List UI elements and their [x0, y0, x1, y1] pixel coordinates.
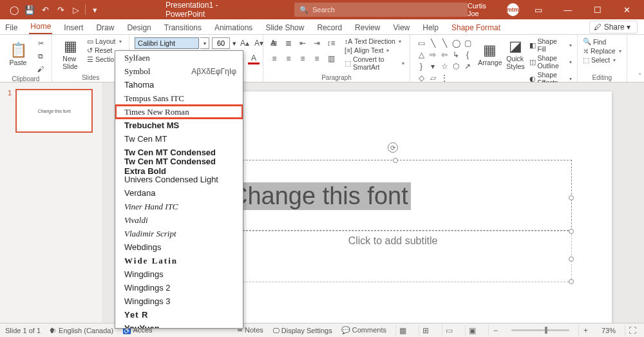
- increase-indent-button[interactable]: ⇥: [311, 37, 323, 49]
- fit-to-window-button[interactable]: ⛶: [625, 325, 639, 336]
- tab-home[interactable]: Home: [29, 19, 52, 34]
- tab-view[interactable]: View: [392, 21, 411, 34]
- slide-thumbnail-1[interactable]: Change this font: [15, 89, 93, 133]
- font-option[interactable]: Wide Latin: [115, 254, 243, 267]
- undo-icon[interactable]: ↶: [39, 3, 52, 16]
- font-size-dropdown-button[interactable]: ▾: [232, 39, 236, 48]
- increase-font-size-button[interactable]: A▴: [239, 37, 251, 49]
- tab-animations[interactable]: Animations: [213, 21, 254, 34]
- font-name-dropdown-button[interactable]: ▾: [200, 37, 209, 49]
- format-painter-button[interactable]: 🖌: [35, 63, 46, 75]
- shapes-gallery[interactable]: ▭╲╲◯▢△ ⇨⇦↳{}▾ ☆⬡↗◇▱⋮: [415, 37, 474, 72]
- selection-handle[interactable]: [569, 195, 574, 200]
- numbering-button[interactable]: ≣: [283, 37, 294, 49]
- tab-insert[interactable]: Insert: [62, 21, 84, 34]
- display-settings-button[interactable]: 🖵 Display Settings: [272, 327, 332, 334]
- close-button[interactable]: ✕: [617, 0, 638, 19]
- font-option[interactable]: Tw Cen MT: [115, 132, 243, 146]
- zoom-out-button[interactable]: −: [488, 325, 502, 336]
- font-option[interactable]: Wingdings 2: [115, 281, 243, 294]
- convert-smartart-button[interactable]: ⬚ Convert to SmartArt: [345, 55, 404, 71]
- shape-fill-button[interactable]: ◧ Shape Fill: [529, 37, 573, 53]
- align-center-button[interactable]: ≡: [283, 53, 294, 64]
- select-button[interactable]: ⬚ Select: [583, 56, 621, 64]
- start-from-beginning-icon[interactable]: ▷: [70, 3, 82, 16]
- redo-icon[interactable]: ↷: [54, 3, 67, 16]
- tab-draw[interactable]: Draw: [95, 21, 115, 34]
- tab-design[interactable]: Design: [126, 21, 152, 34]
- layout-button[interactable]: ▭ Layout: [87, 37, 124, 45]
- font-name-input[interactable]: [135, 37, 199, 49]
- share-button[interactable]: 🖊 Share ▾: [589, 21, 638, 34]
- shape-outline-button[interactable]: ◫ Shape Outline: [529, 54, 573, 70]
- selection-handle[interactable]: [569, 256, 574, 262]
- normal-view-button[interactable]: ▦: [395, 325, 410, 336]
- tab-transitions[interactable]: Transitions: [163, 21, 203, 34]
- font-option[interactable]: Wingdings: [115, 267, 243, 281]
- arrange-button[interactable]: ▦Arrange: [478, 37, 502, 72]
- save-icon[interactable]: 💾: [23, 3, 36, 16]
- font-option[interactable]: Wingdings 3: [115, 294, 243, 308]
- font-option[interactable]: Times New Roman: [115, 105, 243, 119]
- font-option[interactable]: Tempus Sans ITC: [115, 91, 243, 105]
- subtitle-placeholder[interactable]: Click to add subtitle: [214, 231, 572, 282]
- avatar[interactable]: mtm: [507, 3, 519, 16]
- font-option[interactable]: Trebuchet MS: [115, 119, 243, 132]
- text-direction-button[interactable]: ↕A Text Direction: [345, 37, 404, 45]
- font-size-input[interactable]: [212, 37, 230, 49]
- slide-thumbnail-panel[interactable]: 1 Change this font: [0, 82, 103, 323]
- font-option[interactable]: Tahoma: [115, 78, 243, 91]
- qat-customize-icon[interactable]: ▾: [88, 3, 101, 16]
- title-placeholder[interactable]: ⟳ Change this font: [214, 160, 572, 231]
- font-option[interactable]: Vivaldi: [115, 213, 243, 227]
- cut-button[interactable]: ✂: [35, 37, 46, 49]
- autosave-toggle[interactable]: ◯: [8, 3, 21, 16]
- font-dropdown-list[interactable]: SylfaenSymbolΑβΧδΕφΓηΙφTahomaTempus Sans…: [115, 50, 243, 329]
- font-option[interactable]: Viner Hand ITC: [115, 200, 243, 213]
- find-button[interactable]: 🔍 Find: [583, 37, 621, 46]
- font-option[interactable]: Vladimir Script: [115, 227, 243, 240]
- font-option[interactable]: SymbolΑβΧδΕφΓηΙφ: [115, 64, 243, 78]
- slide-count[interactable]: Slide 1 of 1: [5, 327, 41, 334]
- maximize-button[interactable]: ☐: [587, 0, 608, 19]
- align-right-button[interactable]: ≡: [297, 53, 308, 64]
- align-text-button[interactable]: [≡] Align Text: [345, 46, 404, 54]
- tab-review[interactable]: Review: [354, 21, 381, 34]
- language-status[interactable]: 🗣 English (Canada): [50, 327, 113, 334]
- comments-button[interactable]: 💬 Comments: [341, 326, 386, 334]
- tab-help[interactable]: Help: [421, 21, 440, 34]
- font-option[interactable]: Yet R: [115, 308, 243, 322]
- selection-handle[interactable]: [569, 279, 574, 284]
- ribbon-display-options-icon[interactable]: ▭: [528, 0, 549, 19]
- rotate-handle-icon[interactable]: ⟳: [388, 142, 398, 153]
- collapse-ribbon-button[interactable]: ˄: [638, 72, 641, 79]
- zoom-level[interactable]: 73%: [601, 327, 616, 334]
- bullets-button[interactable]: ≣: [269, 37, 280, 49]
- replace-button[interactable]: ⤭ Replace: [583, 47, 621, 55]
- quick-styles-button[interactable]: ◪Quick Styles: [506, 37, 526, 72]
- font-option[interactable]: YouYuan: [115, 322, 243, 329]
- new-slide-button[interactable]: ▦New Slide: [57, 37, 83, 72]
- search-box[interactable]: 🔍 Search: [294, 3, 468, 17]
- font-option[interactable]: Webdings: [115, 240, 243, 254]
- copy-button[interactable]: ⧉: [35, 50, 46, 62]
- decrease-indent-button[interactable]: ⇤: [297, 37, 308, 49]
- line-spacing-button[interactable]: ↕≡: [325, 37, 337, 49]
- slideshow-view-button[interactable]: ▣: [465, 325, 479, 336]
- zoom-slider[interactable]: [511, 329, 569, 331]
- align-left-button[interactable]: ≡: [269, 53, 280, 64]
- font-option[interactable]: Sylfaen: [115, 51, 243, 64]
- font-option[interactable]: Tw Cen MT Condensed Extra Bold: [115, 159, 243, 173]
- selection-handle[interactable]: [393, 158, 398, 163]
- tab-slide-show[interactable]: Slide Show: [264, 21, 305, 34]
- font-option[interactable]: Verdana: [115, 186, 243, 200]
- font-color-button[interactable]: A: [248, 53, 260, 64]
- tab-shape-format[interactable]: Shape Format: [450, 21, 502, 34]
- selection-handle[interactable]: [569, 229, 574, 234]
- paste-button[interactable]: 📋Paste: [5, 37, 31, 72]
- columns-button[interactable]: ▥: [325, 53, 337, 64]
- justify-button[interactable]: ≡: [311, 53, 323, 64]
- zoom-in-button[interactable]: +: [578, 325, 592, 336]
- reading-view-button[interactable]: ▭: [442, 325, 456, 336]
- title-text[interactable]: Change this font: [227, 182, 411, 210]
